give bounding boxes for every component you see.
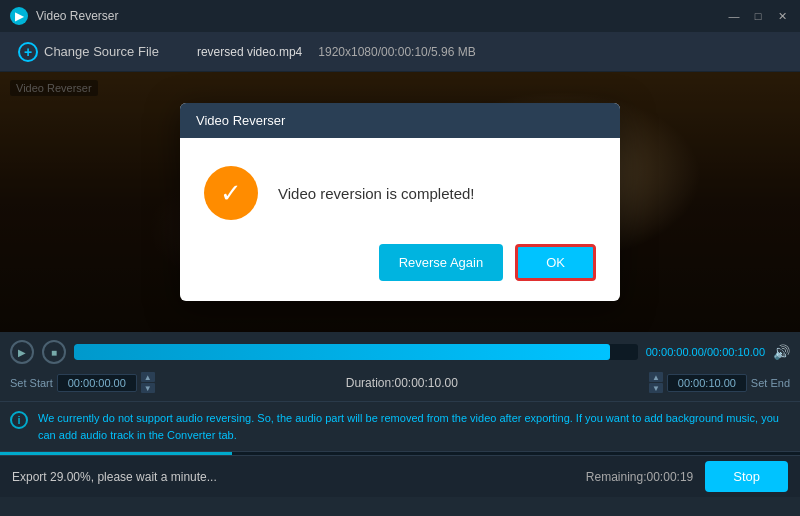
export-progress-fill: [0, 452, 232, 455]
start-time-group: Set Start ▲ ▼: [10, 372, 155, 393]
change-source-label: Change Source File: [44, 44, 159, 59]
ok-button[interactable]: OK: [515, 244, 596, 281]
file-name: reversed video.mp4: [197, 45, 302, 59]
reverse-again-button[interactable]: Reverse Again: [379, 244, 504, 281]
set-end-label: Set End: [751, 377, 790, 389]
video-area: Video Reverser Video Reverser ✓ Video re…: [0, 72, 800, 332]
checkmark-icon: ✓: [220, 180, 242, 206]
start-time-input[interactable]: [57, 374, 137, 392]
time-display: 00:00:00.00/00:00:10.00: [646, 346, 765, 358]
title-bar: ▶ Video Reverser — □ ✕: [0, 0, 800, 32]
window-controls: — □ ✕: [726, 8, 790, 24]
app-title: Video Reverser: [36, 9, 726, 23]
export-progress-row: [0, 452, 800, 455]
dialog-body: ✓ Video reversion is completed!: [180, 138, 620, 244]
time-controls-row: Set Start ▲ ▼ Duration:00:00:10.00 ▲ ▼ S…: [10, 368, 790, 397]
end-time-group: ▲ ▼ Set End: [649, 372, 790, 393]
remaining-time: Remaining:00:00:19: [586, 470, 693, 484]
maximize-button[interactable]: □: [750, 8, 766, 24]
info-text: We currently do not support audio revers…: [38, 410, 790, 443]
stop-button[interactable]: Stop: [705, 461, 788, 492]
stop-small-button[interactable]: ■: [42, 340, 66, 364]
timeline-section: ▶ ■ 00:00:00.00/00:00:10.00 🔊 Set Start …: [0, 332, 800, 401]
timeline-bar-row: ▶ ■ 00:00:00.00/00:00:10.00 🔊: [10, 340, 790, 364]
file-info: reversed video.mp4 1920x1080/00:00:10/5.…: [197, 45, 476, 59]
info-icon: i: [10, 411, 28, 429]
close-button[interactable]: ✕: [774, 8, 790, 24]
completion-dialog: Video Reverser ✓ Video reversion is comp…: [180, 103, 620, 301]
set-start-label: Set Start: [10, 377, 53, 389]
export-status: Export 29.00%, please wait a minute...: [12, 470, 574, 484]
dialog-message: Video reversion is completed!: [278, 185, 475, 202]
end-time-spinner[interactable]: ▲ ▼: [649, 372, 663, 393]
file-details: 1920x1080/00:00:10/5.96 MB: [318, 45, 475, 59]
start-time-spinner[interactable]: ▲ ▼: [141, 372, 155, 393]
spin-up[interactable]: ▲: [141, 372, 155, 382]
play-button[interactable]: ▶: [10, 340, 34, 364]
spin-down[interactable]: ▼: [141, 383, 155, 393]
dialog-overlay: Video Reverser ✓ Video reversion is comp…: [0, 72, 800, 332]
dialog-buttons: Reverse Again OK: [180, 244, 620, 301]
spin-down-end[interactable]: ▼: [649, 383, 663, 393]
timeline-track[interactable]: [74, 344, 638, 360]
duration-label: Duration:00:00:10.00: [346, 376, 458, 390]
volume-icon[interactable]: 🔊: [773, 344, 790, 360]
app-icon: ▶: [10, 7, 28, 25]
timeline-fill: [74, 344, 610, 360]
success-icon: ✓: [204, 166, 258, 220]
dialog-title: Video Reverser: [180, 103, 620, 138]
change-source-button[interactable]: + Change Source File: [10, 38, 167, 66]
info-bar: i We currently do not support audio reve…: [0, 401, 800, 452]
add-icon: +: [18, 42, 38, 62]
spin-up-end[interactable]: ▲: [649, 372, 663, 382]
minimize-button[interactable]: —: [726, 8, 742, 24]
end-time-input[interactable]: [667, 374, 747, 392]
toolbar: + Change Source File reversed video.mp4 …: [0, 32, 800, 72]
export-bar: Export 29.00%, please wait a minute... R…: [0, 455, 800, 497]
